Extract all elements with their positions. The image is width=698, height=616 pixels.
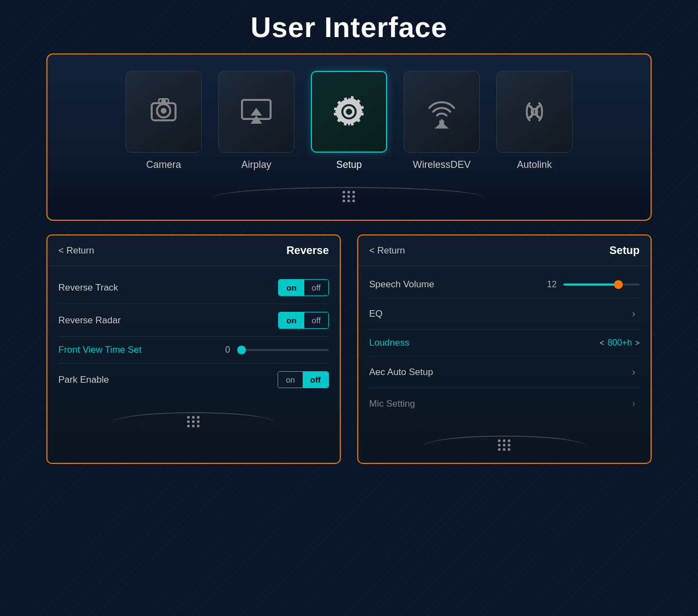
reverse-track-toggle[interactable]: on off bbox=[278, 279, 329, 296]
reverse-panel-title: Reverse bbox=[286, 244, 329, 257]
aec-arrow-icon[interactable]: › bbox=[628, 364, 640, 380]
mic-arrow-icon[interactable]: › bbox=[628, 396, 640, 412]
reverse-radar-toggle[interactable]: on off bbox=[278, 312, 329, 329]
aec-auto-setup-label: Aec Auto Setup bbox=[369, 367, 433, 378]
bottom-panels: < Return Reverse Reverse Track on off Re… bbox=[46, 234, 652, 464]
aec-auto-setup-row[interactable]: Aec Auto Setup › bbox=[369, 357, 640, 388]
camera-icon-box bbox=[125, 71, 202, 153]
reverse-radar-on-btn[interactable]: on bbox=[279, 312, 304, 328]
wirelessdev-label: WirelessDEV bbox=[413, 159, 471, 171]
speech-volume-thumb[interactable] bbox=[614, 280, 623, 289]
menu-item-camera[interactable]: Camera bbox=[125, 71, 202, 171]
speech-volume-value: 12 bbox=[547, 280, 558, 289]
speech-volume-label: Speech Volume bbox=[369, 279, 434, 290]
curve-bar bbox=[213, 187, 485, 209]
setup-settings-list: Speech Volume 12 EQ › Loudness < bbox=[358, 266, 651, 425]
wirelessdev-icon-box bbox=[404, 71, 480, 153]
reverse-radar-label: Reverse Radar bbox=[58, 315, 121, 326]
menu-item-wirelessdev[interactable]: WirelessDEV bbox=[404, 71, 480, 171]
svg-point-1 bbox=[161, 108, 167, 114]
svg-point-11 bbox=[532, 109, 538, 115]
mic-setting-row[interactable]: Mic Setting › bbox=[369, 388, 640, 419]
front-view-slider-thumb[interactable] bbox=[237, 346, 246, 354]
reverse-bottom-bar bbox=[112, 412, 275, 434]
menu-item-airplay[interactable]: Airplay bbox=[218, 71, 294, 171]
setup-icon-box bbox=[311, 71, 387, 153]
airplay-icon-box bbox=[218, 71, 294, 153]
reverse-return-button[interactable]: < Return bbox=[58, 245, 94, 256]
speech-volume-slider-container: 12 bbox=[547, 280, 640, 289]
loudness-label: Loudness bbox=[369, 337, 410, 348]
park-enable-on-btn[interactable]: on bbox=[278, 372, 303, 388]
setup-bottom-bar bbox=[423, 436, 586, 457]
front-view-time-value: 0 bbox=[225, 345, 236, 355]
park-enable-row: Park Enable on off bbox=[58, 364, 329, 396]
setup-gear-icon bbox=[330, 93, 368, 131]
reverse-home-dots bbox=[187, 416, 200, 427]
wireless-icon bbox=[423, 93, 461, 131]
park-enable-off-btn[interactable]: off bbox=[303, 372, 328, 388]
loudness-control: < 800+h > bbox=[600, 338, 640, 348]
speech-volume-slider-track[interactable] bbox=[563, 283, 640, 286]
reverse-track-label: Reverse Track bbox=[58, 282, 118, 293]
eq-row[interactable]: EQ › bbox=[369, 298, 640, 330]
reverse-track-off-btn[interactable]: off bbox=[304, 280, 328, 295]
speech-volume-fill bbox=[563, 283, 618, 286]
setup-panel-bottom bbox=[358, 430, 651, 463]
reverse-panel-bottom bbox=[47, 407, 340, 439]
loudness-value-text: 800+h bbox=[607, 338, 632, 348]
speech-volume-row: Speech Volume 12 bbox=[369, 271, 640, 298]
front-view-time-label: Front View Time Set bbox=[58, 345, 142, 355]
reverse-radar-off-btn[interactable]: off bbox=[304, 312, 328, 328]
park-enable-label: Park Enable bbox=[58, 375, 109, 385]
reverse-radar-row: Reverse Radar on off bbox=[58, 304, 329, 337]
reverse-settings-list: Reverse Track on off Reverse Radar on of… bbox=[47, 266, 340, 401]
camera-icon bbox=[145, 93, 183, 131]
front-view-time-row: Front View Time Set 0 bbox=[58, 337, 329, 364]
loudness-row: Loudness < 800+h > bbox=[369, 330, 640, 357]
setup-panel: < Return Setup Speech Volume 12 EQ › bbox=[357, 234, 652, 464]
svg-marker-7 bbox=[251, 108, 262, 116]
airplay-icon bbox=[237, 93, 275, 131]
reverse-track-on-btn[interactable]: on bbox=[279, 280, 304, 295]
menu-icons: Camera Airplay bbox=[69, 71, 629, 171]
menu-item-autolink[interactable]: Autolink bbox=[496, 71, 573, 171]
reverse-panel-header: < Return Reverse bbox=[47, 235, 340, 266]
svg-point-8 bbox=[345, 108, 353, 116]
setup-panel-title: Setup bbox=[609, 244, 640, 257]
page-title: User Interface bbox=[251, 11, 448, 44]
front-view-slider-container: 0 bbox=[225, 345, 329, 355]
airplay-label: Airplay bbox=[241, 159, 271, 171]
reverse-panel: < Return Reverse Reverse Track on off Re… bbox=[46, 234, 341, 464]
loudness-right-arrow[interactable]: > bbox=[635, 339, 640, 347]
loudness-left-arrow[interactable]: < bbox=[600, 339, 604, 347]
autolink-icon-box bbox=[496, 71, 573, 153]
svg-rect-10 bbox=[440, 120, 444, 125]
camera-label: Camera bbox=[146, 159, 181, 171]
setup-label: Setup bbox=[336, 159, 362, 171]
autolink-label: Autolink bbox=[517, 159, 552, 171]
eq-arrow-icon[interactable]: › bbox=[628, 306, 640, 322]
mic-setting-label: Mic Setting bbox=[369, 398, 415, 409]
panel-bottom-bar bbox=[69, 187, 629, 209]
front-view-slider-track[interactable] bbox=[242, 349, 329, 351]
menu-item-setup[interactable]: Setup bbox=[311, 71, 387, 171]
setup-panel-header: < Return Setup bbox=[358, 235, 651, 266]
top-panel: Camera Airplay bbox=[46, 53, 652, 221]
eq-label: EQ bbox=[369, 309, 383, 319]
setup-home-dots bbox=[498, 439, 511, 451]
setup-return-button[interactable]: < Return bbox=[369, 245, 405, 256]
reverse-track-row: Reverse Track on off bbox=[58, 271, 329, 304]
park-enable-toggle[interactable]: on off bbox=[278, 371, 329, 388]
autolink-icon bbox=[515, 93, 553, 131]
home-dots bbox=[342, 191, 356, 202]
